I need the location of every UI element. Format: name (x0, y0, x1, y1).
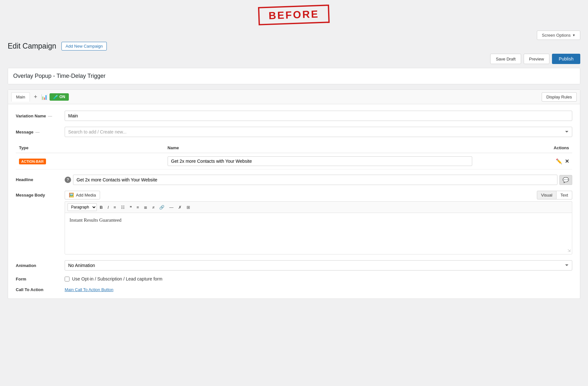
form-check-right: Use Opt-in / Subscription / Lead capture… (65, 276, 162, 281)
form-content: Variation Name — Message — Search to add… (8, 104, 580, 299)
add-tab-button[interactable]: + (32, 94, 39, 100)
main-content-panel: Main + 📊 🧪 ON Display Rules Variation Na… (8, 89, 580, 299)
publish-button[interactable]: Publish (552, 54, 580, 64)
cta-link[interactable]: Main Call To Action Button (65, 287, 114, 292)
display-rules-button[interactable]: Display Rules (542, 92, 577, 102)
add-media-label: Add Media (76, 193, 96, 198)
resize-handle[interactable]: ⇲ (567, 248, 571, 253)
variation-name-row: Variation Name — (16, 111, 572, 121)
table-button[interactable]: ⊞ (185, 204, 192, 211)
ab-test-on-badge[interactable]: 🧪 ON (50, 93, 69, 101)
align-center-button[interactable]: ≣ (142, 204, 149, 211)
message-body-row: Message Body 🖼️ Add Media Visual Text Pa… (16, 191, 572, 254)
headline-row: Headline ? 💬 (16, 175, 572, 185)
campaign-title-wrapper (8, 68, 580, 84)
align-left-button[interactable]: ≡ (135, 204, 141, 211)
cta-label: Call To Action (16, 287, 61, 292)
unordered-list-button[interactable]: ≡ (112, 204, 118, 211)
headline-label: Headline (16, 175, 61, 182)
text-tab[interactable]: Text (556, 191, 572, 199)
preview-button[interactable]: Preview (524, 54, 549, 64)
link-button[interactable]: 🔗 (157, 204, 166, 211)
before-stamp: BEFORE (258, 5, 330, 25)
editor-toolbar: Paragraph B I ≡ ☷ ❝ ≡ ≣ ≠ 🔗 ― ✗ ⊞ (65, 201, 572, 213)
type-cell: ACTION-BAR (16, 153, 164, 170)
chat-icon: 💬 (563, 177, 569, 183)
campaign-title-input[interactable] (8, 68, 580, 84)
variation-name-input[interactable] (65, 111, 572, 121)
tabs-row: Main + 📊 🧪 ON Display Rules (8, 90, 580, 104)
on-label: ON (60, 95, 65, 99)
page-title: Edit Campaign (8, 42, 56, 51)
table-actions: ✏️ ✕ (479, 158, 569, 164)
fullscreen-button[interactable]: ✗ (176, 204, 184, 211)
table-row: ACTION-BAR ✏️ ✕ (16, 153, 572, 170)
screen-options-button[interactable]: Screen Options ▼ (537, 31, 580, 40)
chat-button[interactable]: 💬 (559, 175, 572, 185)
animation-row: Animation No Animation (16, 260, 572, 271)
screen-options-label: Screen Options (542, 33, 571, 38)
editor-top-bar: 🖼️ Add Media Visual Text (65, 191, 572, 199)
name-column-header: Name (164, 143, 475, 153)
headline-input[interactable] (73, 175, 557, 185)
top-bar: Screen Options ▼ (0, 27, 588, 42)
actions-column-header: Actions (475, 143, 572, 153)
paragraph-select[interactable]: Paragraph (68, 203, 97, 211)
headline-right: ? 💬 (65, 175, 572, 185)
chart-icon[interactable]: 📊 (41, 94, 48, 100)
message-table: Type Name Actions ACTION-BAR ✏️ (16, 143, 572, 170)
actions-cell: ✏️ ✕ (475, 153, 572, 170)
form-row: Form Use Opt-in / Subscription / Lead ca… (16, 276, 572, 281)
message-label: Message — (16, 130, 61, 134)
optin-checkbox[interactable] (65, 277, 69, 281)
tab-main[interactable]: Main (11, 92, 30, 102)
flask-icon: 🧪 (53, 95, 58, 99)
name-input[interactable] (168, 156, 472, 166)
ordered-list-button[interactable]: ☷ (119, 204, 127, 211)
action-bar-badge: ACTION-BAR (19, 159, 46, 164)
save-draft-button[interactable]: Save Draft (490, 54, 521, 64)
animation-select[interactable]: No Animation (65, 260, 572, 271)
action-toolbar: Save Draft Preview Publish (0, 54, 588, 68)
animation-label: Animation (16, 263, 61, 268)
italic-button[interactable]: I (106, 204, 111, 211)
message-select[interactable]: Search to add / Create new... (65, 127, 572, 137)
horizontal-rule-button[interactable]: ― (167, 204, 175, 211)
type-column-header: Type (16, 143, 164, 153)
message-body-label: Message Body (16, 191, 61, 198)
editor-content: Instant Results Guaranteed (69, 217, 567, 223)
optin-checkbox-label: Use Opt-in / Subscription / Lead capture… (72, 276, 162, 281)
name-cell (164, 153, 475, 170)
tabs-left: Main + 📊 🧪 ON (11, 90, 69, 104)
add-media-button[interactable]: 🖼️ Add Media (65, 191, 100, 199)
message-row: Message — Search to add / Create new... (16, 127, 572, 137)
message-body-right: 🖼️ Add Media Visual Text Paragraph B I ≡ (65, 191, 572, 254)
view-tabs: Visual Text (537, 191, 572, 199)
align-right-button[interactable]: ≠ (150, 204, 156, 211)
page-header: Edit Campaign Add New Campaign (0, 42, 588, 54)
media-icon: 🖼️ (69, 193, 74, 198)
delete-row-button[interactable]: ✕ (565, 158, 569, 164)
blockquote-button[interactable]: ❝ (128, 204, 134, 211)
chevron-down-icon: ▼ (572, 33, 575, 37)
form-label: Form (16, 277, 61, 281)
add-new-campaign-button[interactable]: Add New Campaign (61, 42, 107, 51)
help-icon[interactable]: ? (65, 177, 71, 183)
call-to-action-row: Call To Action Main Call To Action Butto… (16, 287, 572, 292)
visual-tab[interactable]: Visual (537, 191, 556, 199)
edit-row-button[interactable]: ✏️ (556, 158, 562, 164)
editor-area[interactable]: Instant Results Guaranteed ⇲ (65, 213, 572, 254)
variation-name-label: Variation Name — (16, 114, 61, 118)
before-banner: BEFORE (0, 0, 588, 27)
bold-button[interactable]: B (98, 204, 105, 211)
